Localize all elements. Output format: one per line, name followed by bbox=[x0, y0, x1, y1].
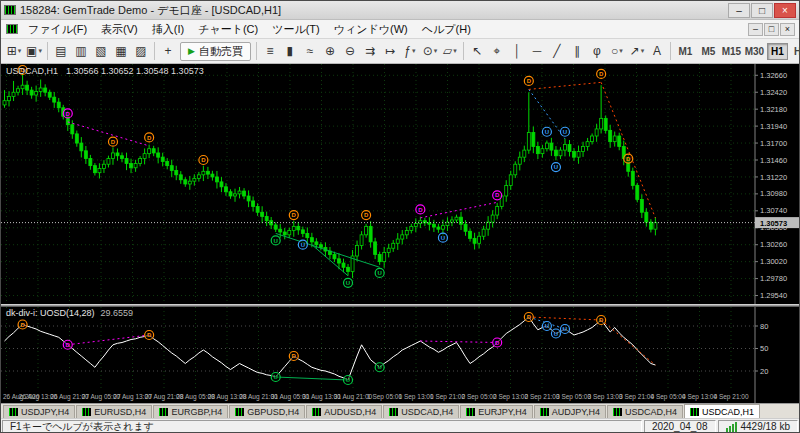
timeframe-m30-button[interactable]: M30 bbox=[744, 43, 765, 60]
chart-tab-eurgbp-h4[interactable]: EURGBP,H4 bbox=[153, 405, 228, 418]
svg-text:1.30573: 1.30573 bbox=[760, 219, 787, 228]
price-chart[interactable]: DDDDDUDUUDUDUDDUUUDD1.326601.324201.3218… bbox=[1, 64, 799, 304]
templates-icon: ▱ bbox=[443, 45, 452, 57]
periods-icon: ⊙ bbox=[423, 45, 433, 57]
chart-tab-usdcad-h1[interactable]: USDCAD,H1 bbox=[684, 404, 760, 418]
menu-item-window[interactable]: ウィンドウ(W) bbox=[327, 20, 415, 39]
market-watch-button[interactable]: ▤ bbox=[51, 42, 71, 61]
fibonacci-button[interactable]: φ bbox=[587, 42, 607, 61]
svg-text:U: U bbox=[274, 374, 278, 380]
trendline-button[interactable]: ╱ bbox=[547, 42, 567, 61]
chart-tab-eurusd-h4[interactable]: EURUSD,H4 bbox=[76, 405, 152, 418]
mdi-restore-button[interactable]: □ bbox=[764, 23, 779, 36]
title-bar[interactable]: 158284: GemTrade Demo - デモ口座 - [USDCAD,H… bbox=[1, 1, 799, 20]
chart-icon bbox=[389, 408, 398, 416]
vertical-line-icon: │ bbox=[513, 45, 521, 57]
chart-tab-usdjpy-h4[interactable]: USDJPY,H4 bbox=[3, 405, 75, 418]
navigator-button[interactable]: ▧ bbox=[91, 42, 111, 61]
chart-tab-audusd-h4[interactable]: AUDUSD,H4 bbox=[306, 405, 382, 418]
zoom-out-button[interactable]: ⊖ bbox=[340, 42, 360, 61]
periods-button[interactable]: ⊙▾ bbox=[420, 42, 440, 61]
chart-tab-label: GBPUSD,H4 bbox=[247, 407, 299, 417]
chart-tab-gbpusd-h4[interactable]: GBPUSD,H4 bbox=[229, 405, 305, 418]
svg-text:D: D bbox=[66, 342, 71, 348]
menu-item-chart[interactable]: チャート(C) bbox=[191, 20, 265, 39]
timeframe-h4-button[interactable]: H4 bbox=[790, 43, 799, 60]
svg-text:U: U bbox=[377, 364, 381, 370]
line-chart-button[interactable]: ≈ bbox=[300, 42, 320, 61]
chart-shift-icon: ↦ bbox=[385, 45, 395, 57]
profiles-icon: ▣ bbox=[26, 45, 37, 57]
chevron-down-icon: ▾ bbox=[412, 47, 416, 55]
chart-tab-usdcad-h4[interactable]: USDCAD,H4 bbox=[383, 405, 459, 418]
svg-text:2 Sep 21:00: 2 Sep 21:00 bbox=[524, 393, 559, 401]
auto-trading-button[interactable]: ▶自動売買 bbox=[180, 42, 251, 61]
new-chart-button[interactable]: ⊞▾ bbox=[4, 42, 24, 61]
minimize-button[interactable]: – bbox=[728, 3, 750, 18]
timeframe-m15-button[interactable]: M15 bbox=[721, 43, 742, 60]
new-order-button[interactable]: + bbox=[158, 42, 178, 61]
chart-tab-label: EURJPY,H4 bbox=[478, 407, 526, 417]
arrows-button[interactable]: ↗▾ bbox=[627, 42, 647, 61]
svg-text:D: D bbox=[599, 71, 604, 77]
chart-tab-label: AUDUSD,H4 bbox=[324, 407, 376, 417]
templates-button[interactable]: ▱▾ bbox=[440, 42, 460, 61]
svg-text:U: U bbox=[554, 331, 558, 337]
timeframe-m5-button[interactable]: M5 bbox=[698, 43, 719, 60]
mdi-window-controls: – □ × bbox=[748, 23, 795, 36]
chart-shift-button[interactable]: ↦ bbox=[380, 42, 400, 61]
indicator-window[interactable]: DDDUDUUDDUUUD805020 dk-div-i: UOSD(14,28… bbox=[1, 307, 799, 390]
terminal-button[interactable]: ▦ bbox=[111, 42, 131, 61]
maximize-button[interactable]: □ bbox=[751, 3, 773, 18]
chart-icon bbox=[82, 408, 91, 416]
toolbar-separator bbox=[256, 42, 257, 60]
status-connection: 4429/18 kb bbox=[718, 420, 799, 433]
close-button[interactable]: × bbox=[774, 3, 796, 18]
timeframe-h1-button[interactable]: H1 bbox=[767, 43, 788, 60]
horizontal-line-button[interactable]: ─ bbox=[527, 42, 547, 61]
indicators-button[interactable]: ƒ▾ bbox=[400, 42, 420, 61]
vertical-line-button[interactable]: │ bbox=[507, 42, 527, 61]
strategy-tester-button[interactable]: ▨ bbox=[131, 42, 151, 61]
cursor-button[interactable]: ↖ bbox=[467, 42, 487, 61]
menu-item-view[interactable]: 表示(V) bbox=[94, 20, 145, 39]
svg-text:1.31460: 1.31460 bbox=[760, 156, 787, 165]
bar-chart-button[interactable]: ≡ bbox=[260, 42, 280, 61]
mdi-close-button[interactable]: × bbox=[780, 23, 795, 36]
zoom-in-button[interactable]: ⊕ bbox=[320, 42, 340, 61]
data-window-button[interactable]: ▥ bbox=[71, 42, 91, 61]
channel-button[interactable]: ∥ bbox=[567, 42, 587, 61]
mdi-minimize-button[interactable]: – bbox=[748, 23, 763, 36]
indicator-canvas[interactable]: DDDUDUUDDUUUD805020 bbox=[1, 307, 800, 390]
menu-item-tools[interactable]: ツール(T) bbox=[265, 20, 327, 39]
zoom-in-icon: ⊕ bbox=[325, 45, 335, 57]
crosshair-button[interactable]: ⌖ bbox=[487, 42, 507, 61]
status-profile[interactable]: 2020_04_08 bbox=[644, 420, 716, 433]
svg-text:U: U bbox=[274, 238, 278, 244]
svg-text:D: D bbox=[495, 340, 500, 346]
candlestick-button[interactable]: ▮ bbox=[280, 42, 300, 61]
chart-tab-audjpy-h4[interactable]: AUDJPY,H4 bbox=[534, 405, 606, 418]
indicators-icon: ƒ bbox=[404, 45, 411, 57]
shapes-button[interactable]: ○▾ bbox=[607, 42, 627, 61]
toolbar-separator bbox=[47, 42, 48, 60]
text-button[interactable]: A bbox=[647, 42, 667, 61]
profiles-button[interactable]: ▣▾ bbox=[24, 42, 44, 61]
price-chart-canvas[interactable]: DDDDDUDUUDUDUDDUUUDD1.326601.324201.3218… bbox=[1, 64, 800, 304]
svg-text:1 Sep 21:00: 1 Sep 21:00 bbox=[430, 393, 465, 401]
menu-item-insert[interactable]: 挿入(I) bbox=[145, 20, 191, 39]
svg-text:1.29780: 1.29780 bbox=[760, 274, 787, 283]
timeframe-m1-button[interactable]: M1 bbox=[675, 43, 696, 60]
menu-item-help[interactable]: ヘルプ(H) bbox=[415, 20, 478, 39]
line-chart-icon: ≈ bbox=[307, 45, 314, 57]
svg-text:D: D bbox=[495, 192, 500, 198]
menu-item-file[interactable]: ファイル(F) bbox=[21, 20, 94, 39]
svg-text:U: U bbox=[545, 129, 549, 135]
time-axis[interactable]: 26 Aug 202026 Aug 13:0026 Aug 21:0027 Au… bbox=[1, 390, 799, 403]
auto-scroll-button[interactable]: ⇉ bbox=[360, 42, 380, 61]
svg-text:4 Sep 21:00: 4 Sep 21:00 bbox=[713, 393, 748, 401]
chart-tab-usdcad-h4[interactable]: USDCAD,H4 bbox=[607, 405, 683, 418]
chart-tab-eurjpy-h4[interactable]: EURJPY,H4 bbox=[460, 405, 532, 418]
svg-text:1.31940: 1.31940 bbox=[760, 122, 787, 131]
time-axis-canvas: 26 Aug 202026 Aug 13:0026 Aug 21:0027 Au… bbox=[1, 390, 800, 403]
